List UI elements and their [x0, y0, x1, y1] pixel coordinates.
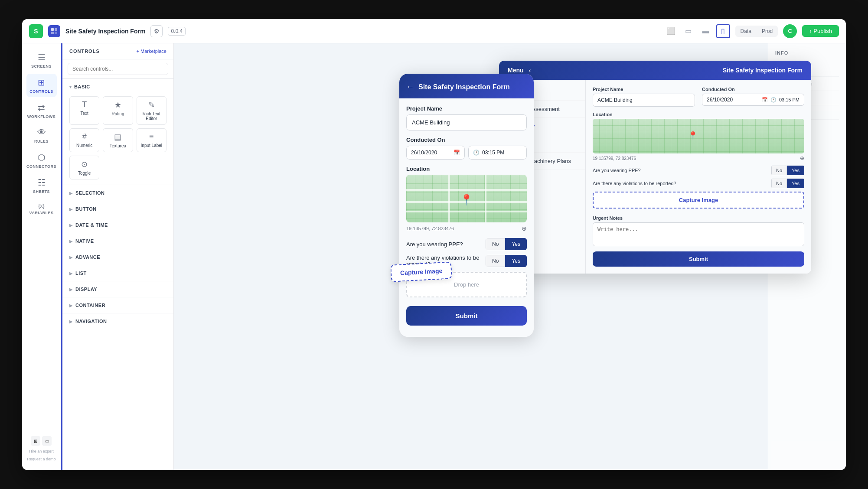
control-numeric[interactable]: # Numeric	[69, 128, 99, 152]
gps-icon[interactable]: ⊕	[522, 225, 527, 232]
desktop-date-field[interactable]: 26/10/2020 📅 🕐 03:15 PM	[702, 94, 804, 106]
toggle-control-label: Toggle	[78, 171, 91, 176]
prod-button[interactable]: Prod	[757, 26, 778, 37]
container-arrow: ▶	[69, 303, 73, 308]
data-prod-toggle: Data Prod	[735, 26, 778, 37]
desktop-icon[interactable]: ⬜	[664, 24, 678, 38]
desktop-form-header: Menu ‹ Site Safety Inspection Form	[499, 61, 811, 80]
user-avatar[interactable]: C	[783, 24, 797, 38]
violations-yes-button[interactable]: Yes	[505, 255, 527, 267]
marketplace-button[interactable]: + Marketplace	[137, 49, 166, 54]
desktop-submit-button[interactable]: Submit	[593, 251, 804, 267]
floating-capture-button[interactable]: Capture Image	[390, 261, 452, 282]
app-title: Site Safety Inspection Form	[65, 28, 145, 35]
hire-expert-link[interactable]: Hire an expert	[29, 449, 54, 453]
input-label-control-icon: ≡	[149, 132, 154, 141]
ppe-yes-button[interactable]: Yes	[505, 238, 527, 250]
desktop-violations-yes[interactable]: Yes	[787, 179, 804, 188]
control-textarea[interactable]: ▤ Textarea	[103, 128, 133, 152]
control-rich-text[interactable]: ✎ Rich Text Editor	[137, 96, 166, 125]
sidebar-bottom-icon2[interactable]: ▭	[42, 436, 52, 446]
mobile-preview-wrapper: ← Site Safety Inspection Form Project Na…	[399, 65, 534, 337]
desktop-violations-no[interactable]: No	[771, 179, 787, 188]
display-section: ▶ DISPLAY	[62, 281, 173, 297]
container-header[interactable]: ▶ CONTAINER	[62, 299, 173, 311]
button-section: ▶ BUTTON	[62, 201, 173, 217]
screens-label: SCREENS	[31, 64, 52, 68]
sidebar-item-variables[interactable]: {x} VARIABLES	[26, 199, 57, 218]
sidebar-item-rules[interactable]: 👁 RULES	[26, 124, 57, 147]
gear-button[interactable]: ⚙	[150, 25, 163, 37]
workflows-label: WORKFLOWS	[27, 114, 56, 119]
desktop-capture-button[interactable]: Capture Image	[593, 192, 804, 209]
sidebar-item-connectors[interactable]: ⬡ CONNECTORS	[26, 149, 57, 172]
desktop-ppe-no[interactable]: No	[771, 166, 787, 175]
desktop-conducted-label: Conducted On	[702, 87, 804, 92]
rules-icon: 👁	[37, 127, 46, 137]
control-toggle[interactable]: ⊙ Toggle	[69, 156, 99, 179]
desktop-notes-input[interactable]	[593, 222, 804, 246]
selection-arrow: ▶	[69, 191, 73, 196]
ppe-no-button[interactable]: No	[486, 238, 505, 250]
svg-rect-0	[51, 28, 54, 31]
main-content: ☰ SCREENS ⊞ CONTROLS ⇄ WORKFLOWS 👁 RULES…	[22, 43, 846, 470]
location-label: Location	[406, 166, 527, 172]
navigation-header[interactable]: ▶ NAVIGATION	[62, 315, 173, 327]
conducted-on-label: Conducted On	[406, 137, 527, 143]
svg-rect-2	[51, 32, 54, 34]
desktop-form-body: Home General Assessment Electricity Scaf…	[499, 80, 811, 274]
sidebar-item-sheets[interactable]: ☷ SHEETS	[26, 174, 57, 197]
desktop-project-row: Project Name Conducted On 26/10/2020 📅 🕐…	[593, 87, 804, 107]
request-demo-link[interactable]: Request a demo	[27, 457, 55, 461]
advance-header[interactable]: ▶ ADVANCE	[62, 251, 173, 263]
ppe-row: Are you wearing PPE? No Yes	[406, 238, 527, 250]
display-header[interactable]: ▶ DISPLAY	[62, 283, 173, 295]
datetime-header[interactable]: ▶ DATE & TIME	[62, 219, 173, 231]
date-time-row: 26/10/2020 📅 🕐 03:15 PM	[406, 146, 527, 160]
desktop-preview: Menu ‹ Site Safety Inspection Form Home …	[499, 61, 811, 274]
sidebar-item-controls[interactable]: ⊞ CONTROLS	[26, 74, 57, 97]
sidebar-item-workflows[interactable]: ⇄ WORKFLOWS	[26, 99, 57, 122]
project-name-group: Project Name	[406, 105, 527, 130]
desktop-coordinates: 19.135799, 72.823476	[593, 156, 636, 161]
date-field[interactable]: 26/10/2020 📅	[406, 146, 465, 160]
date-value: 26/10/2020	[411, 150, 451, 156]
button-header[interactable]: ▶ BUTTON	[62, 203, 173, 215]
publish-button[interactable]: ↑ Publish	[802, 25, 839, 37]
tablet-icon[interactable]: ▭	[682, 24, 695, 38]
phone-icon[interactable]: ▯	[716, 24, 730, 38]
basic-controls-grid: T Text ★ Rating ✎ Rich Text Editor # Num…	[62, 93, 173, 183]
desktop-project-input[interactable]	[593, 94, 695, 107]
desktop-ppe-yes[interactable]: Yes	[787, 166, 804, 175]
mobile-back-button[interactable]: ←	[406, 82, 414, 91]
list-header[interactable]: ▶ LIST	[62, 267, 173, 279]
tablet-landscape-icon[interactable]: ▬	[699, 24, 713, 38]
basic-section-header[interactable]: ▾ BASIC	[62, 81, 173, 93]
rating-control-label: Rating	[112, 111, 124, 116]
navigation-title: NAVIGATION	[75, 319, 107, 324]
list-title: LIST	[75, 271, 87, 276]
desktop-gps-icon[interactable]: ⊕	[800, 155, 804, 161]
sidebar-item-screens[interactable]: ☰ SCREENS	[26, 49, 57, 72]
controls-header: CONTROLS + Marketplace	[62, 43, 173, 59]
datetime-section: ▶ DATE & TIME	[62, 217, 173, 233]
project-name-input[interactable]	[406, 114, 527, 130]
search-input[interactable]	[68, 63, 168, 75]
map-view: 📍	[406, 175, 527, 222]
time-field[interactable]: 🕐 03:15 PM	[468, 146, 527, 160]
violations-no-button[interactable]: No	[486, 255, 505, 267]
selection-header[interactable]: ▶ SELECTION	[62, 187, 173, 199]
svg-rect-3	[55, 32, 57, 34]
desktop-clock-icon: 🕐	[770, 97, 777, 103]
version-badge[interactable]: 0.0.4	[168, 27, 186, 36]
sidebar-bottom-icon1[interactable]: ⊞	[31, 436, 40, 446]
native-header[interactable]: ▶ NATIVE	[62, 235, 173, 247]
desktop-ppe-row: Are you wearing PPE? No Yes	[593, 166, 804, 175]
submit-button[interactable]: Submit	[406, 306, 527, 326]
rules-label: RULES	[34, 139, 49, 143]
control-text[interactable]: T Text	[69, 96, 99, 125]
control-rating[interactable]: ★ Rating	[103, 96, 133, 125]
desktop-date-value: 26/10/2020	[707, 97, 759, 103]
data-button[interactable]: Data	[735, 26, 757, 37]
control-input-label[interactable]: ≡ Input Label	[137, 128, 166, 152]
